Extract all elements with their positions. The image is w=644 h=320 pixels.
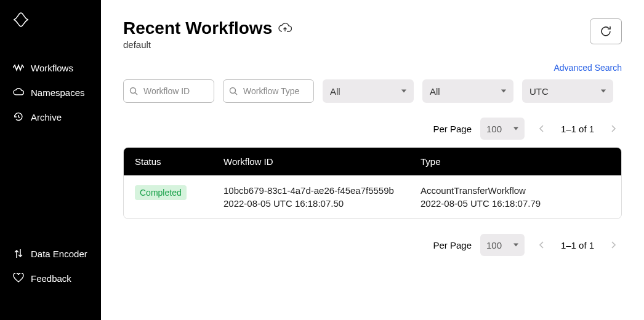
sidebar-item-feedback[interactable]: Feedback: [0, 266, 101, 290]
next-page-button[interactable]: [605, 120, 622, 137]
col-header-type: Type: [421, 156, 610, 167]
page-range: 1–1 of 1: [559, 240, 596, 250]
sidebar-item-archive[interactable]: Archive: [0, 105, 101, 129]
page-range: 1–1 of 1: [559, 124, 596, 134]
status-filter-select[interactable]: All: [323, 79, 414, 103]
sidebar-item-label: Workflows: [31, 63, 73, 73]
prev-page-button[interactable]: [533, 120, 550, 137]
per-page-label: Per Page: [433, 240, 472, 250]
search-icon: [229, 87, 238, 95]
namespace-subtitle: default: [123, 39, 292, 50]
arrows-up-down-icon: [12, 247, 25, 260]
heart-icon: [12, 272, 25, 284]
per-page-label: Per Page: [433, 124, 472, 134]
workflow-type-timestamp: 2022-08-05 UTC 16:18:07.79: [421, 198, 610, 209]
advanced-search-link[interactable]: Advanced Search: [553, 63, 622, 73]
chevron-left-icon: [539, 124, 545, 133]
refresh-icon: [599, 25, 613, 38]
sidebar-item-label: Data Encoder: [31, 249, 87, 259]
status-filter-select-2[interactable]: All: [422, 79, 513, 103]
main-content: Recent Workflows default Advanced Search…: [101, 0, 644, 320]
chevron-right-icon: [610, 124, 616, 133]
col-header-status: Status: [135, 156, 223, 167]
chevron-left-icon: [539, 241, 545, 249]
next-page-button[interactable]: [605, 236, 622, 254]
sidebar-item-label: Archive: [31, 112, 62, 122]
sidebar-item-label: Namespaces: [31, 87, 85, 98]
table-row[interactable]: Completed 10bcb679-83c1-4a7d-ae26-f45ea7…: [124, 175, 621, 218]
page-title-text: Recent Workflows: [123, 18, 272, 38]
svg-point-1: [230, 88, 236, 94]
col-header-id: Workflow ID: [223, 156, 421, 167]
advanced-search-row: Advanced Search: [123, 62, 622, 73]
search-icon: [129, 87, 138, 95]
workflow-id-timestamp: 2022-08-05 UTC 16:18:07.50: [223, 198, 421, 209]
sidebar: Workflows Namespaces Archive Data Encode…: [0, 0, 101, 320]
history-icon: [12, 111, 25, 123]
workflow-type: AccountTransferWorkflow: [421, 185, 610, 196]
sidebar-item-workflows[interactable]: Workflows: [0, 55, 101, 80]
table-header: Status Workflow ID Type: [124, 148, 621, 175]
sidebar-item-label: Feedback: [31, 273, 71, 284]
svg-point-0: [131, 88, 136, 94]
nav-bottom: Data Encoder Feedback: [0, 241, 101, 309]
per-page-select[interactable]: 100: [480, 118, 525, 140]
prev-page-button[interactable]: [533, 236, 550, 254]
pagination-bottom: Per Page 100 1–1 of 1: [123, 234, 622, 256]
per-page-select[interactable]: 100: [480, 234, 525, 256]
page-title: Recent Workflows: [123, 18, 292, 38]
cloud-icon: [12, 86, 25, 98]
nav-main: Workflows Namespaces Archive: [0, 55, 101, 148]
logo: [0, 11, 101, 55]
workflow-id: 10bcb679-83c1-4a7d-ae26-f45ea7f5559b: [223, 185, 421, 196]
waveform-icon: [12, 62, 25, 74]
sidebar-item-namespaces[interactable]: Namespaces: [0, 80, 101, 105]
page-header: Recent Workflows default: [123, 18, 622, 50]
status-badge: Completed: [135, 185, 187, 200]
workflows-table: Status Workflow ID Type Completed 10bcb6…: [123, 147, 622, 219]
pagination-top: Per Page 100 1–1 of 1: [123, 118, 622, 140]
chevron-right-icon: [610, 241, 616, 249]
refresh-button[interactable]: [590, 18, 622, 44]
temporal-logo-icon: [12, 11, 30, 28]
timezone-select[interactable]: UTC: [522, 79, 613, 103]
cloud-upload-icon: [278, 18, 292, 38]
sidebar-item-data-encoder[interactable]: Data Encoder: [0, 241, 101, 266]
filters-row: All All UTC: [123, 79, 622, 103]
